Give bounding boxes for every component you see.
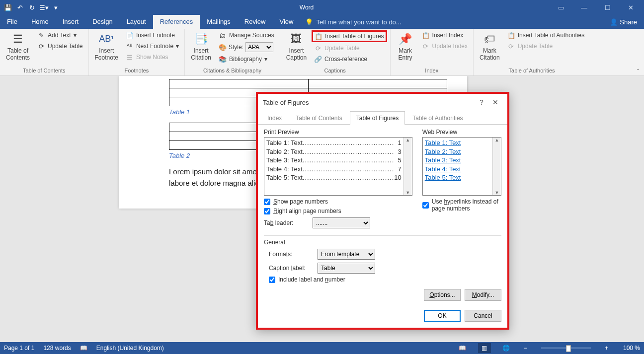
zoom-slider[interactable] <box>541 347 591 349</box>
right-align-checkbox[interactable]: Right align page numbers <box>264 208 412 214</box>
bibliography-button[interactable]: 📚Bibliography ▾ <box>216 54 277 64</box>
read-mode-icon[interactable]: 📖 <box>456 343 469 353</box>
manage-sources-button[interactable]: 🗂Manage Sources <box>216 30 277 40</box>
insert-caption-button[interactable]: 🖼 Insert Caption <box>283 30 310 63</box>
minimize-icon[interactable]: — <box>573 0 595 14</box>
general-section-label: General <box>264 239 501 246</box>
tab-mailings[interactable]: Mailings <box>200 15 238 29</box>
show-page-numbers-checkbox[interactable]: SShow page numbershow page numbers <box>264 198 412 205</box>
show-page-numbers-input[interactable] <box>264 199 270 205</box>
zoom-in-icon[interactable]: + <box>603 345 610 352</box>
dialog-close-icon[interactable]: ✕ <box>488 98 502 106</box>
table-of-figures-dialog: Table of Figures ? ✕ Index Table of Cont… <box>256 92 509 330</box>
lightbulb-icon: 💡 <box>305 18 313 26</box>
update-toc-button[interactable]: ⟳Update Table <box>35 41 85 51</box>
dialog-tab-tof[interactable]: Table of Figures <box>350 111 405 125</box>
manage-sources-label: Manage Sources <box>229 32 274 39</box>
include-label-checkbox[interactable]: Include label and number <box>269 276 501 283</box>
tab-file[interactable]: File <box>0 15 24 29</box>
tab-layout[interactable]: Layout <box>120 15 153 29</box>
insert-endnote-button[interactable]: 📄Insert Endnote <box>123 30 181 40</box>
word-count[interactable]: 128 words <box>43 345 71 352</box>
group-toc: ☰ Table of Contents ✎Add Text ▾ ⟳Update … <box>0 29 89 75</box>
web-preview-scrollbar[interactable]: ▲▼ <box>492 138 501 195</box>
tab-review[interactable]: Review <box>238 15 273 29</box>
group-authorities: 🏷 Mark Citation 📋Insert Table of Authori… <box>474 29 590 75</box>
print-preview-label: Print Preview <box>264 129 412 136</box>
toc-big-label: Table of Contents <box>6 47 30 62</box>
table-of-contents-button[interactable]: ☰ Table of Contents <box>3 30 33 63</box>
tab-insert[interactable]: Insert <box>56 15 86 29</box>
formats-select[interactable]: From template <box>318 249 375 260</box>
insert-toa-button[interactable]: 📋Insert Table of Authorities <box>505 30 587 40</box>
use-hyperlinks-input[interactable] <box>422 202 429 209</box>
cross-reference-button[interactable]: 🔗Cross-reference <box>312 54 387 64</box>
caption-col: 📋Insert Table of Figures ⟳Update Table 🔗… <box>312 30 387 64</box>
language-indicator[interactable]: English (United Kingdom) <box>96 345 164 352</box>
insert-index-button[interactable]: 📋Insert Index <box>419 30 470 40</box>
include-label-input[interactable] <box>269 277 275 283</box>
share-button[interactable]: 👤 Share <box>603 15 644 29</box>
share-label: Share <box>620 18 637 26</box>
touch-mode-icon[interactable]: ☰▾ <box>39 2 49 12</box>
caption-label-select[interactable]: Table <box>318 263 375 274</box>
dialog-tab-toc[interactable]: Table of Contents <box>289 111 348 125</box>
dialog-help-icon[interactable]: ? <box>475 98 488 106</box>
page-indicator[interactable]: Page 1 of 1 <box>4 345 34 352</box>
tab-design[interactable]: Design <box>85 15 119 29</box>
modify-button[interactable]: Modify... <box>465 289 501 301</box>
show-notes-icon: ☰ <box>126 53 134 61</box>
footnote-big-label: Insert Footnote <box>95 47 118 62</box>
authorities-col: 📋Insert Table of Authorities ⟳Update Tab… <box>505 30 587 51</box>
dialog-tab-index[interactable]: Index <box>261 111 288 125</box>
add-text-button[interactable]: ✎Add Text ▾ <box>35 30 85 40</box>
citation-style-select[interactable]: APA <box>245 42 273 52</box>
redo-icon[interactable]: ↻ <box>27 2 37 12</box>
mark-entry-icon: 📌 <box>398 31 413 47</box>
cancel-button[interactable]: Cancel <box>465 310 501 322</box>
options-button[interactable]: Options... <box>424 289 461 301</box>
insert-citation-button[interactable]: 📑 Insert Citation <box>188 30 214 63</box>
tab-view[interactable]: View <box>272 15 300 29</box>
right-align-input[interactable] <box>264 208 270 214</box>
zoom-level[interactable]: 100 % <box>623 345 640 352</box>
group-authorities-label: Table of Authorities <box>477 67 587 75</box>
print-preview-scrollbar[interactable]: ▲▼ <box>403 138 412 195</box>
tell-me-placeholder: Tell me what you want to do... <box>316 18 401 26</box>
mark-entry-label: Mark Entry <box>399 47 412 62</box>
update-index-button: ⟳Update Index <box>419 41 470 51</box>
style-label: Style: <box>229 44 243 51</box>
tell-me-search[interactable]: 💡 Tell me what you want to do... <box>300 15 406 29</box>
footnote-icon: AB¹ <box>98 31 114 47</box>
zoom-out-icon[interactable]: − <box>522 345 529 352</box>
close-icon[interactable]: ✕ <box>620 0 642 14</box>
web-layout-icon[interactable]: 🌐 <box>500 343 513 353</box>
mark-entry-button[interactable]: 📌 Mark Entry <box>394 30 417 63</box>
update-toa-label: Update Table <box>518 43 553 50</box>
citation-style-row: 🎨 Style: APA <box>216 41 277 53</box>
next-footnote-button[interactable]: ᴬᴮNext Footnote ▾ <box>123 41 181 51</box>
mark-citation-button[interactable]: 🏷 Mark Citation <box>477 30 503 63</box>
print-preview-box: Table 1: Text...........................… <box>264 137 412 196</box>
tab-leader-select[interactable]: ....... <box>313 217 370 228</box>
tab-references[interactable]: References <box>153 15 200 29</box>
tab-home[interactable]: Home <box>24 15 56 29</box>
tab-leader-row: Tab leader: ....... <box>264 217 412 228</box>
group-index: 📌 Mark Entry 📋Insert Index ⟳Update Index… <box>391 29 474 75</box>
dialog-tab-toa[interactable]: Table of Authorities <box>406 111 469 125</box>
update-toc-label: Update Table <box>48 43 83 50</box>
ribbon-options-icon[interactable]: ▭ <box>550 0 572 14</box>
save-icon[interactable]: 💾 <box>3 2 13 12</box>
insert-footnote-button[interactable]: AB¹ Insert Footnote <box>92 30 121 63</box>
undo-icon[interactable]: ↶ <box>15 2 25 12</box>
qat-customize-icon[interactable]: ▾ <box>51 2 61 12</box>
proofing-icon[interactable]: 📖 <box>80 345 87 352</box>
window-controls: ▭ — ☐ ✕ <box>550 0 644 14</box>
print-layout-icon[interactable]: ▥ <box>478 343 491 353</box>
maximize-icon[interactable]: ☐ <box>596 0 619 14</box>
ok-button[interactable]: OK <box>424 310 461 322</box>
use-hyperlinks-checkbox[interactable]: Use hyperlinks instead of page numbers <box>422 198 501 212</box>
citation-col: 🗂Manage Sources 🎨 Style: APA 📚Bibliograp… <box>216 30 277 64</box>
collapse-ribbon-icon[interactable]: ⌃ <box>636 68 640 73</box>
insert-table-of-figures-button[interactable]: 📋Insert Table of Figures <box>312 30 387 42</box>
